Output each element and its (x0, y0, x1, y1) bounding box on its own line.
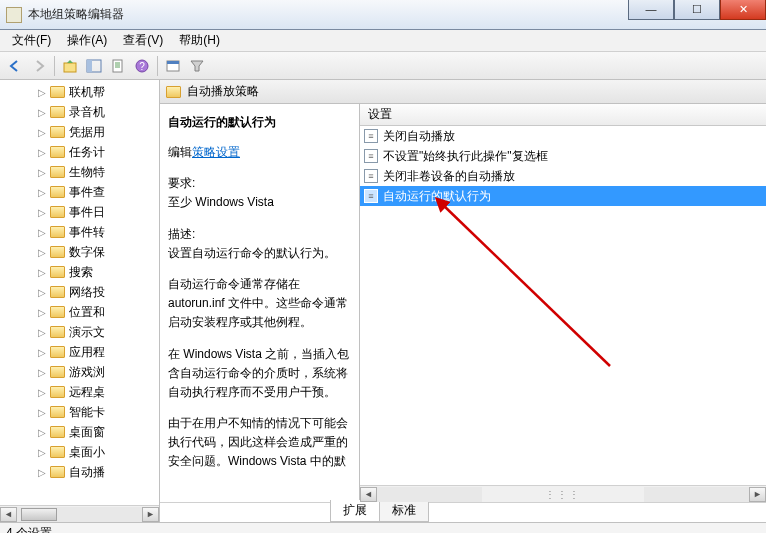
scroll-left-button[interactable]: ◄ (360, 487, 377, 502)
list-column-header[interactable]: 设置 (360, 104, 766, 126)
settings-list-item[interactable]: ≡关闭非卷设备的自动播放 (360, 166, 766, 186)
expand-icon[interactable]: ▷ (38, 107, 48, 118)
scroll-right-button[interactable]: ► (749, 487, 766, 502)
expand-icon[interactable]: ▷ (38, 287, 48, 298)
expand-icon[interactable]: ▷ (38, 127, 48, 138)
folder-icon (50, 446, 65, 458)
menu-file[interactable]: 文件(F) (4, 30, 59, 51)
policy-settings-link[interactable]: 策略设置 (192, 145, 240, 159)
scroll-track[interactable] (377, 487, 482, 502)
tree-item-label: 联机帮 (69, 84, 105, 101)
scroll-right-button[interactable]: ► (142, 507, 159, 522)
help-button[interactable]: ? (131, 55, 153, 77)
tree-item-label: 桌面小 (69, 444, 105, 461)
tree-item[interactable]: ▷网络投 (0, 282, 159, 302)
expand-icon[interactable]: ▷ (38, 267, 48, 278)
tree-item[interactable]: ▷搜索 (0, 262, 159, 282)
tree-item[interactable]: ▷位置和 (0, 302, 159, 322)
filter-button[interactable] (186, 55, 208, 77)
expand-icon[interactable]: ▷ (38, 307, 48, 318)
description-para: 由于在用户不知情的情况下可能会执行代码，因此这样会造成严重的安全问题。Windo… (168, 414, 351, 472)
settings-list-item[interactable]: ≡关闭自动播放 (360, 126, 766, 146)
tree-item-label: 搜索 (69, 264, 93, 281)
expand-icon[interactable]: ▷ (38, 167, 48, 178)
tree-item[interactable]: ▷数字保 (0, 242, 159, 262)
menu-bar: 文件(F) 操作(A) 查看(V) 帮助(H) (0, 30, 766, 52)
tree-item[interactable]: ▷事件查 (0, 182, 159, 202)
expand-icon[interactable]: ▷ (38, 347, 48, 358)
settings-list-item[interactable]: ≡不设置"始终执行此操作"复选框 (360, 146, 766, 166)
tree-item[interactable]: ▷生物特 (0, 162, 159, 182)
edit-link-row: 编辑策略设置 (168, 143, 351, 162)
expand-icon[interactable]: ▷ (38, 207, 48, 218)
settings-list-item[interactable]: ≡自动运行的默认行为 (360, 186, 766, 206)
title-bar: 本地组策略编辑器 — ☐ ✕ (0, 0, 766, 30)
expand-icon[interactable]: ▷ (38, 247, 48, 258)
expand-icon[interactable]: ▷ (38, 467, 48, 478)
split-handle[interactable]: ⋮⋮⋮ (482, 489, 644, 500)
menu-action[interactable]: 操作(A) (59, 30, 115, 51)
tree-item[interactable]: ▷游戏浏 (0, 362, 159, 382)
expand-icon[interactable]: ▷ (38, 427, 48, 438)
show-hide-tree-button[interactable] (83, 55, 105, 77)
menu-view[interactable]: 查看(V) (115, 30, 171, 51)
list-item-label: 关闭自动播放 (383, 128, 455, 145)
tab-standard[interactable]: 标准 (379, 500, 429, 522)
scroll-track[interactable] (644, 487, 749, 502)
scroll-thumb[interactable] (21, 508, 57, 521)
tree-item[interactable]: ▷凭据用 (0, 122, 159, 142)
settings-list[interactable]: ≡关闭自动播放≡不设置"始终执行此操作"复选框≡关闭非卷设备的自动播放≡自动运行… (360, 126, 766, 485)
description-panel: 自动运行的默认行为 编辑策略设置 要求: 至少 Windows Vista 描述… (160, 104, 360, 502)
toolbar: ? (0, 52, 766, 80)
expand-icon[interactable]: ▷ (38, 147, 48, 158)
tree-item[interactable]: ▷桌面窗 (0, 422, 159, 442)
scroll-left-button[interactable]: ◄ (0, 507, 17, 522)
expand-icon[interactable]: ▷ (38, 407, 48, 418)
content-body: 自动运行的默认行为 编辑策略设置 要求: 至少 Windows Vista 描述… (160, 104, 766, 502)
folder-icon (50, 246, 65, 258)
tree-hscrollbar[interactable]: ◄ ► (0, 505, 159, 522)
maximize-button[interactable]: ☐ (674, 0, 720, 20)
expand-icon[interactable]: ▷ (38, 227, 48, 238)
tree-item[interactable]: ▷任务计 (0, 142, 159, 162)
expand-icon[interactable]: ▷ (38, 187, 48, 198)
minimize-button[interactable]: — (628, 0, 674, 20)
close-button[interactable]: ✕ (720, 0, 766, 20)
tree-item[interactable]: ▷智能卡 (0, 402, 159, 422)
expand-icon[interactable]: ▷ (38, 87, 48, 98)
tree-item[interactable]: ▷演示文 (0, 322, 159, 342)
policy-tree[interactable]: ▷联机帮▷录音机▷凭据用▷任务计▷生物特▷事件查▷事件日▷事件转▷数字保▷搜索▷… (0, 80, 159, 522)
menu-help[interactable]: 帮助(H) (171, 30, 228, 51)
list-hscrollbar[interactable]: ◄ ⋮⋮⋮ ► (360, 485, 766, 502)
expand-icon[interactable]: ▷ (38, 327, 48, 338)
svg-text:?: ? (139, 61, 145, 72)
tree-item[interactable]: ▷自动播 (0, 462, 159, 482)
tree-item[interactable]: ▷远程桌 (0, 382, 159, 402)
export-button[interactable] (107, 55, 129, 77)
tree-item[interactable]: ▷录音机 (0, 102, 159, 122)
app-icon (6, 7, 22, 23)
up-button[interactable] (59, 55, 81, 77)
tree-item[interactable]: ▷应用程 (0, 342, 159, 362)
list-item-label: 关闭非卷设备的自动播放 (383, 168, 515, 185)
tree-item[interactable]: ▷事件日 (0, 202, 159, 222)
view-tabs: 扩展 标准 (160, 502, 766, 522)
tab-extended[interactable]: 扩展 (330, 500, 380, 522)
properties-button[interactable] (162, 55, 184, 77)
expand-icon[interactable]: ▷ (38, 367, 48, 378)
folder-icon (50, 366, 65, 378)
settings-list-panel: 设置 ≡关闭自动播放≡不设置"始终执行此操作"复选框≡关闭非卷设备的自动播放≡自… (360, 104, 766, 502)
expand-icon[interactable]: ▷ (38, 447, 48, 458)
scroll-track[interactable] (17, 507, 142, 522)
svg-rect-7 (167, 61, 179, 64)
folder-icon (50, 186, 65, 198)
tree-item-label: 凭据用 (69, 124, 105, 141)
expand-icon[interactable]: ▷ (38, 387, 48, 398)
forward-button[interactable] (28, 55, 50, 77)
tree-item[interactable]: ▷联机帮 (0, 82, 159, 102)
tree-item[interactable]: ▷事件转 (0, 222, 159, 242)
tree-item-label: 数字保 (69, 244, 105, 261)
tree-item[interactable]: ▷桌面小 (0, 442, 159, 462)
back-button[interactable] (4, 55, 26, 77)
tree-item-label: 应用程 (69, 344, 105, 361)
